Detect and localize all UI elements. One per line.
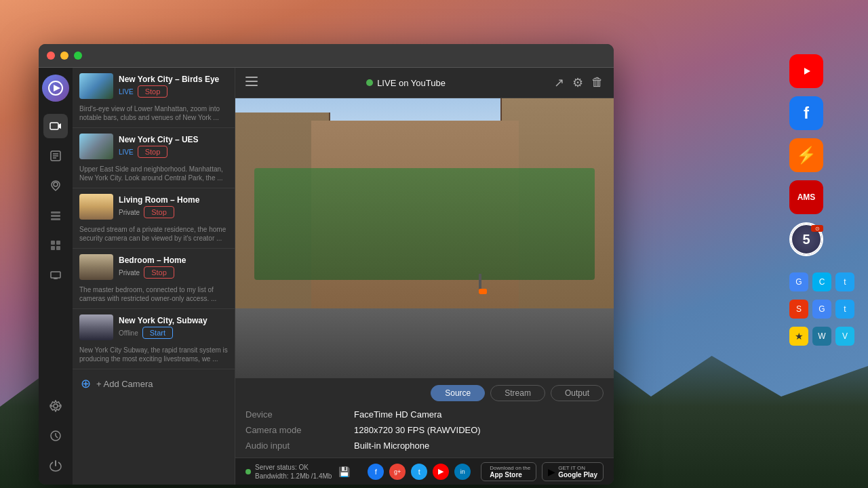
small-icons-row-2: S G t bbox=[789, 300, 854, 319]
camera-name-3: Living Room – Home bbox=[119, 195, 228, 205]
sidebar-item-update[interactable] bbox=[43, 424, 68, 448]
footer-social: f g+ t ▶ in bbox=[368, 464, 471, 480]
add-camera-icon: ⊕ bbox=[81, 376, 91, 391]
camera-start-btn-5[interactable]: Start bbox=[142, 327, 173, 339]
svg-rect-10 bbox=[51, 215, 60, 217]
5-badge-icon: ⊙ bbox=[815, 226, 820, 232]
camera-stop-btn-2[interactable]: Stop bbox=[138, 146, 168, 158]
add-camera-label: + Add Camera bbox=[96, 379, 153, 389]
app-body: New York City – Birds Eye LIVE Stop Bird… bbox=[39, 68, 614, 485]
camera-thumb-1 bbox=[79, 73, 113, 99]
main-content: LIVE on YouTube ↗ ⚙ 🗑 bbox=[235, 68, 614, 485]
camera-desc-5: New York City Subway, the rapid transit … bbox=[79, 346, 228, 363]
right-icon-facebook[interactable]: f bbox=[789, 96, 823, 130]
live-status-text: LIVE on YouTube bbox=[377, 78, 446, 88]
delete-icon[interactable]: 🗑 bbox=[591, 75, 604, 90]
tab-bar: Source Stream Output bbox=[245, 385, 604, 401]
tab-source[interactable]: Source bbox=[431, 385, 485, 401]
device-label: Device bbox=[245, 409, 340, 420]
tab-output[interactable]: Output bbox=[551, 385, 604, 401]
google-play-badge[interactable]: ▶ GET IT ON Google Play bbox=[542, 462, 604, 481]
camera-mode-label: Camera mode bbox=[245, 425, 340, 435]
small-icon-y[interactable]: ★ bbox=[789, 327, 808, 346]
camera-stop-btn-1[interactable]: Stop bbox=[138, 85, 168, 98]
title-bar bbox=[39, 44, 614, 68]
close-button[interactable] bbox=[47, 52, 55, 60]
camera-name-4: Bedroom – Home bbox=[119, 256, 228, 265]
svg-rect-25 bbox=[245, 85, 258, 86]
server-status-ok: Server status: OK bbox=[255, 463, 332, 472]
tab-stream[interactable]: Stream bbox=[490, 385, 545, 401]
camera-thumb-5 bbox=[79, 314, 113, 340]
small-icon-v[interactable]: V bbox=[835, 327, 854, 346]
camera-stop-btn-4[interactable]: Stop bbox=[144, 266, 174, 279]
thunder-icon: ⚡ bbox=[796, 146, 816, 165]
share-icon[interactable]: ↗ bbox=[554, 75, 564, 90]
small-icon-c[interactable]: C bbox=[812, 272, 831, 291]
device-value: FaceTime HD Camera bbox=[354, 409, 604, 420]
right-icons: f ⚡ AMS 5 ⊙ G C t S G t ★ W V bbox=[789, 54, 854, 346]
small-icon-tw[interactable]: t bbox=[835, 300, 854, 319]
sidebar-item-library[interactable] bbox=[43, 144, 68, 168]
app-footer: Server status: OK Bandwidth: 1.2Mb /1.4M… bbox=[235, 458, 614, 485]
audio-input-label: Audio input bbox=[245, 441, 340, 451]
camera-desc-2: Upper East Side and neighborhood. Manhat… bbox=[79, 165, 228, 182]
small-icon-s[interactable]: S bbox=[789, 300, 808, 319]
minimize-button[interactable] bbox=[60, 52, 68, 60]
google-play-small: GET IT ON bbox=[558, 465, 597, 471]
maximize-button[interactable] bbox=[74, 52, 82, 60]
small-icon-g2[interactable]: G bbox=[812, 300, 831, 319]
camera-info-4: Bedroom – Home Private Stop bbox=[119, 256, 228, 279]
camera-info-3: Living Room – Home Private Stop bbox=[119, 195, 228, 218]
sidebar-icons bbox=[39, 68, 73, 485]
right-icon-thunder[interactable]: ⚡ bbox=[789, 138, 823, 172]
top-bar-actions: ↗ ⚙ 🗑 bbox=[554, 75, 604, 90]
svg-rect-13 bbox=[56, 241, 60, 245]
settings-icon[interactable]: ⚙ bbox=[572, 75, 583, 90]
sidebar-item-list[interactable] bbox=[43, 203, 68, 228]
camera-item-2[interactable]: New York City – UES LIVE Stop Upper East… bbox=[73, 128, 235, 188]
google-play-icon: ▶ bbox=[548, 466, 555, 477]
small-icon-g1[interactable]: G bbox=[789, 272, 808, 291]
right-icon-youtube[interactable] bbox=[789, 54, 823, 88]
sidebar-item-broadcast[interactable] bbox=[43, 263, 68, 287]
sidebar-bottom bbox=[43, 394, 68, 485]
camera-status-4: Private bbox=[119, 269, 140, 277]
social-facebook[interactable]: f bbox=[368, 464, 384, 480]
sidebar-item-settings[interactable] bbox=[43, 394, 68, 418]
camera-item-1[interactable]: New York City – Birds Eye LIVE Stop Bird… bbox=[73, 68, 235, 128]
svg-rect-12 bbox=[51, 241, 55, 245]
small-icon-t[interactable]: t bbox=[835, 272, 854, 291]
server-status: Server status: OK Bandwidth: 1.2Mb /1.4M… bbox=[245, 463, 368, 481]
social-linkedin[interactable]: in bbox=[454, 464, 471, 480]
svg-rect-16 bbox=[51, 272, 60, 278]
sidebar-item-power[interactable] bbox=[43, 453, 68, 478]
camera-stop-btn-3[interactable]: Stop bbox=[144, 206, 174, 218]
social-googleplus[interactable]: g+ bbox=[389, 464, 406, 480]
menu-icon[interactable] bbox=[245, 77, 258, 89]
small-icons-row-3: ★ W V bbox=[789, 327, 854, 346]
social-twitter[interactable]: t bbox=[411, 464, 427, 480]
sidebar-item-cameras[interactable] bbox=[43, 114, 68, 138]
camera-desc-1: Bird's-eye view of Lower Manhattan, zoom… bbox=[79, 104, 228, 122]
camera-item-5[interactable]: New York City, Subway Offline Start New … bbox=[73, 309, 235, 369]
right-icon-ams[interactable]: AMS bbox=[789, 180, 823, 214]
camera-status-3: Private bbox=[119, 209, 140, 216]
app-store-badge[interactable]: Download on the App Store bbox=[481, 462, 536, 481]
app-window: New York City – Birds Eye LIVE Stop Bird… bbox=[39, 44, 614, 485]
camera-info-2: New York City – UES LIVE Stop bbox=[119, 135, 228, 158]
camera-item-4[interactable]: Bedroom – Home Private Stop The master b… bbox=[73, 249, 235, 309]
small-icon-wp[interactable]: W bbox=[812, 327, 831, 346]
sidebar-item-location[interactable] bbox=[43, 174, 68, 198]
audio-input-value: Built-in Microphone bbox=[354, 441, 604, 451]
camera-item-3[interactable]: Living Room – Home Private Stop Secured … bbox=[73, 188, 235, 249]
social-youtube[interactable]: ▶ bbox=[433, 464, 449, 480]
top-bar: LIVE on YouTube ↗ ⚙ 🗑 bbox=[235, 68, 614, 98]
ams-label: AMS bbox=[797, 192, 816, 202]
svg-marker-1 bbox=[54, 85, 60, 92]
sidebar-item-grid[interactable] bbox=[43, 233, 68, 258]
add-camera-button[interactable]: ⊕ + Add Camera bbox=[73, 369, 235, 398]
app-logo[interactable] bbox=[42, 75, 69, 102]
right-icon-5[interactable]: 5 ⊙ bbox=[789, 222, 823, 256]
camera-thumb-3 bbox=[79, 194, 113, 220]
